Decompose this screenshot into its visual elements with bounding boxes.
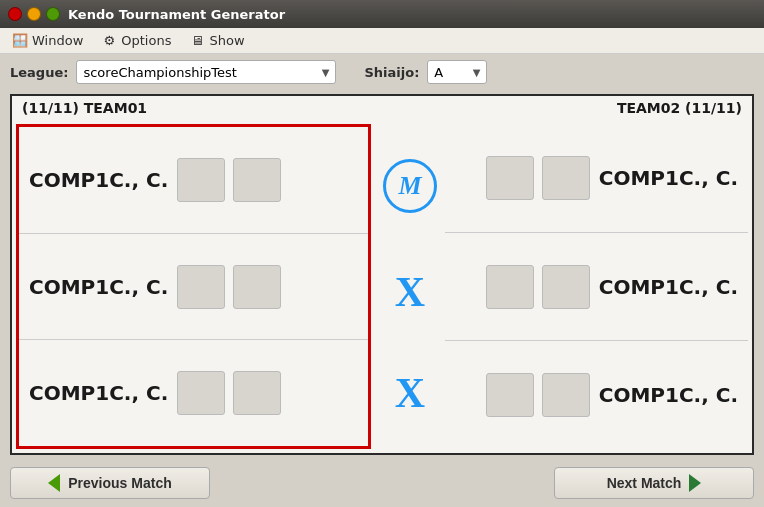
left-score-box-2a[interactable]	[177, 265, 225, 309]
main-content: League: scoreChampionshipTest ▼ Shiaijo:…	[0, 54, 764, 507]
menu-options-label: Options	[121, 33, 171, 48]
left-row-3: COMP1C., C.	[19, 340, 368, 446]
window-icon: 🪟	[12, 33, 28, 49]
left-competitor-3-name: COMP1C., C.	[29, 381, 169, 405]
previous-match-button[interactable]: Previous Match	[10, 467, 210, 499]
league-dropdown-arrow: ▼	[322, 67, 330, 78]
left-team-section: COMP1C., C. COMP1C., C. COMP1C., C.	[16, 124, 371, 449]
right-score-box-2b[interactable]	[542, 265, 590, 309]
right-score-box-3b[interactable]	[542, 373, 590, 417]
next-match-label: Next Match	[607, 475, 682, 491]
next-arrow-icon	[689, 474, 701, 492]
league-value: scoreChampionshipTest	[83, 65, 236, 80]
team-left-header: (11/11) TEAM01	[22, 100, 147, 116]
league-label: League:	[10, 65, 68, 80]
titlebar: Kendo Tournament Generator	[0, 0, 764, 28]
bottom-buttons: Previous Match Next Match	[0, 459, 764, 507]
menubar: 🪟 Window ⚙️ Options 🖥 Show	[0, 28, 764, 54]
match-area: (11/11) TEAM01 TEAM02 (11/11) COMP1C., C…	[10, 94, 754, 455]
window-controls	[8, 7, 60, 21]
menu-item-window[interactable]: 🪟 Window	[4, 31, 91, 51]
center-column: M X X	[375, 120, 445, 453]
app-title: Kendo Tournament Generator	[68, 7, 285, 22]
left-score-box-1b[interactable]	[233, 158, 281, 202]
left-row-2: COMP1C., C.	[19, 234, 368, 341]
league-bar: League: scoreChampionshipTest ▼ Shiaijo:…	[0, 54, 764, 90]
center-symbol-1: M	[383, 159, 437, 213]
right-score-box-3a[interactable]	[486, 373, 534, 417]
right-row-1: COMP1C., C.	[445, 124, 748, 233]
show-icon: 🖥	[189, 33, 205, 49]
previous-arrow-icon	[48, 474, 60, 492]
left-score-box-1a[interactable]	[177, 158, 225, 202]
minimize-button[interactable]	[27, 7, 41, 21]
league-select[interactable]: scoreChampionshipTest ▼	[76, 60, 336, 84]
center-symbol-3: X	[395, 372, 425, 414]
right-competitor-1-name: COMP1C., C.	[598, 166, 738, 190]
menu-item-show[interactable]: 🖥 Show	[181, 31, 252, 51]
match-grid-wrapper: COMP1C., C. COMP1C., C. COMP1C., C.	[12, 120, 752, 453]
menu-item-options[interactable]: ⚙️ Options	[93, 31, 179, 51]
team-right-header: TEAM02 (11/11)	[617, 100, 742, 116]
right-score-box-1b[interactable]	[542, 156, 590, 200]
right-competitor-2-name: COMP1C., C.	[598, 275, 738, 299]
right-row-3: COMP1C., C.	[445, 341, 748, 449]
right-score-box-1a[interactable]	[486, 156, 534, 200]
next-match-button[interactable]: Next Match	[554, 467, 754, 499]
left-competitor-1-name: COMP1C., C.	[29, 168, 169, 192]
previous-match-label: Previous Match	[68, 475, 171, 491]
shiaijo-select[interactable]: A ▼	[427, 60, 487, 84]
shiaijo-label: Shiaijo:	[364, 65, 419, 80]
close-button[interactable]	[8, 7, 22, 21]
maximize-button[interactable]	[46, 7, 60, 21]
shiaijo-dropdown-arrow: ▼	[473, 67, 481, 78]
right-score-box-2a[interactable]	[486, 265, 534, 309]
menu-window-label: Window	[32, 33, 83, 48]
right-row-2: COMP1C., C.	[445, 233, 748, 342]
right-competitor-3-name: COMP1C., C.	[598, 383, 738, 407]
left-score-box-3b[interactable]	[233, 371, 281, 415]
left-row-1: COMP1C., C.	[19, 127, 368, 234]
shiaijo-value: A	[434, 65, 443, 80]
left-score-box-2b[interactable]	[233, 265, 281, 309]
center-symbol-2: X	[395, 271, 425, 313]
menu-show-label: Show	[209, 33, 244, 48]
right-team-section: COMP1C., C. COMP1C., C. COMP1C., C.	[445, 124, 748, 449]
team-headers: (11/11) TEAM01 TEAM02 (11/11)	[12, 96, 752, 120]
left-score-box-3a[interactable]	[177, 371, 225, 415]
gear-icon: ⚙️	[101, 33, 117, 49]
left-competitor-2-name: COMP1C., C.	[29, 275, 169, 299]
